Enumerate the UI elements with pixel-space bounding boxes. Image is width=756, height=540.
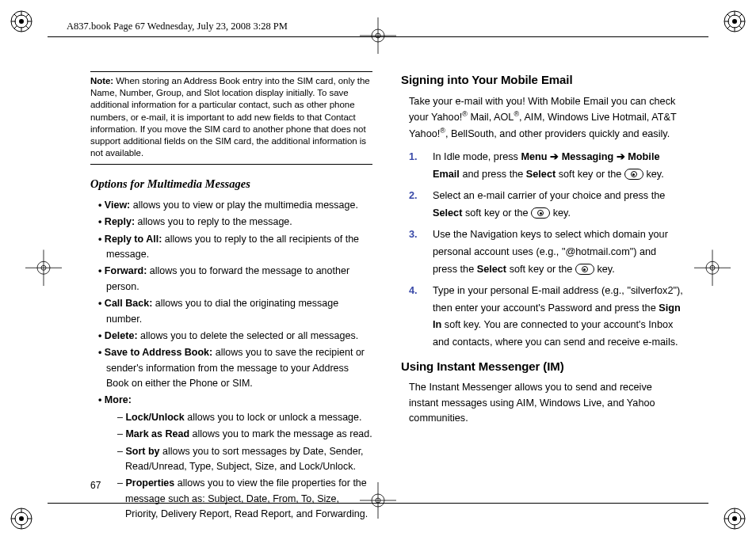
svg-line-18	[739, 25, 742, 29]
crosshair-icon	[25, 249, 62, 291]
ok-key-icon	[575, 264, 594, 275]
steps-list: 1. In Idle mode, press Menu ➔ Messaging …	[401, 149, 683, 352]
list-item: Save to Address Book: allows you to save…	[98, 345, 372, 391]
step-item: 4. Type in your personal E-mail address …	[409, 283, 683, 351]
list-item: Delete: allows you to delete the selecte…	[98, 329, 372, 344]
paragraph: The Instant Messenger allows you to send…	[401, 380, 683, 427]
list-item: Reply to All: allows you to reply to the…	[98, 232, 372, 263]
ok-key-icon	[531, 207, 550, 219]
ok-key-icon	[624, 169, 643, 180]
heading-signing-in: Signing into Your Mobile Email	[401, 71, 683, 89]
registration-mark-icon	[723, 10, 746, 33]
right-column: Signing into Your Mobile Email Take your…	[401, 71, 683, 485]
svg-point-35	[732, 516, 737, 521]
step-item: 2. Select an e-mail carrier of your choi…	[409, 188, 683, 222]
sub-heading: Options for Multimedia Messages	[90, 176, 372, 193]
registered-icon: ®	[462, 110, 468, 118]
svg-point-10	[19, 19, 24, 24]
svg-point-21	[732, 19, 737, 24]
list-item: Call Back: allows you to dial the origin…	[98, 296, 372, 327]
step-item: 1. In Idle mode, press Menu ➔ Messaging …	[409, 149, 683, 183]
svg-line-7	[25, 25, 29, 29]
list-item: Mark as Read allows you to mark the mess…	[117, 427, 372, 442]
registered-icon: ®	[440, 127, 445, 135]
page-header: A837.book Page 67 Wednesday, July 23, 20…	[67, 19, 288, 34]
paragraph: Take your e-mail with you! With Mobile E…	[401, 94, 683, 143]
svg-line-6	[14, 14, 17, 17]
step-number: 1.	[409, 149, 423, 183]
list-item: More: Lock/Unlock allows you to lock or …	[98, 393, 372, 522]
list-item: Properties allows you to view the file p…	[117, 476, 372, 522]
registration-mark-icon	[723, 507, 746, 530]
list-item: View: allows you to view or play the mul…	[98, 198, 372, 213]
crosshair-icon	[360, 17, 396, 59]
page-number: 67	[90, 478, 101, 492]
page-content: Note: When storing an Address Book entry…	[90, 71, 683, 485]
list-item: Sort by allows you to sort messages by D…	[117, 444, 372, 475]
note-text: When storing an Address Book entry into …	[90, 76, 370, 158]
heading-im: Using Instant Messenger (IM)	[401, 358, 683, 376]
note-label: Note:	[90, 76, 113, 86]
svg-line-9	[14, 25, 17, 29]
crosshair-icon	[694, 249, 731, 291]
step-body: Select an e-mail carrier of your choice …	[433, 188, 683, 222]
options-list: View: allows you to view or play the mul…	[90, 198, 372, 523]
svg-line-19	[739, 14, 742, 17]
registration-mark-icon	[10, 507, 33, 530]
svg-line-20	[727, 25, 731, 29]
svg-point-28	[19, 516, 24, 521]
step-number: 2.	[409, 188, 423, 222]
list-item: Reply: allows you to reply to the messag…	[98, 215, 372, 230]
frame-line	[48, 36, 708, 37]
step-body: Type in your personal E-mail address (e.…	[433, 283, 683, 351]
step-number: 4.	[409, 283, 423, 351]
list-item: Forward: allows you to forward the messa…	[98, 264, 372, 295]
step-number: 3.	[409, 226, 423, 278]
left-column: Note: When storing an Address Book entry…	[90, 71, 372, 485]
step-item: 3. Use the Navigation keys to select whi…	[409, 226, 683, 278]
svg-line-8	[25, 14, 29, 17]
registration-mark-icon	[10, 10, 33, 33]
list-item: Lock/Unlock allows you to lock or unlock…	[117, 410, 372, 425]
step-body: Use the Navigation keys to select which …	[433, 226, 683, 278]
step-body: In Idle mode, press Menu ➔ Messaging ➔ M…	[433, 149, 683, 183]
more-sublist: Lock/Unlock allows you to lock or unlock…	[106, 410, 372, 523]
svg-line-17	[727, 14, 731, 17]
note-block: Note: When storing an Address Book entry…	[90, 71, 372, 165]
